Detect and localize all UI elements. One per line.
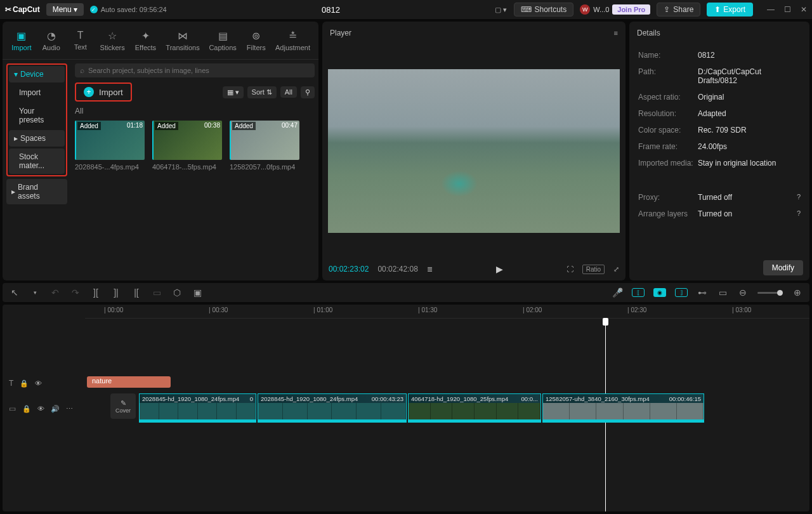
tab-stickers[interactable]: ☆Stickers xyxy=(95,26,130,55)
play-icon[interactable]: ▶ xyxy=(496,264,503,274)
ruler-tick: | 02:30 xyxy=(627,306,646,313)
maximize-icon[interactable]: ☐ xyxy=(784,5,791,14)
player-viewport[interactable] xyxy=(328,69,620,233)
timeline-clip[interactable]: 12582057-uhd_3840_2160_30fps.mp400:00:46… xyxy=(542,393,704,423)
close-icon[interactable]: ✕ xyxy=(801,5,807,14)
chevron-down-icon[interactable]: ▾ xyxy=(29,289,41,296)
cover-button[interactable]: ✎Cover xyxy=(110,393,136,419)
sidebar-item-import[interactable]: Import xyxy=(9,84,65,101)
player-menu-icon[interactable]: ≡ xyxy=(614,29,618,37)
shortcuts-button[interactable]: ⌨ Shortcuts xyxy=(514,3,574,16)
ratio-button[interactable]: Ratio xyxy=(582,265,605,274)
detail-value: Turned on xyxy=(698,209,792,218)
sidebar-item-device[interactable]: ▾ Device xyxy=(9,66,65,82)
import-icon: ▣ xyxy=(16,30,26,42)
detail-value: Turned off xyxy=(698,193,792,202)
filters-icon: ⊚ xyxy=(252,30,260,42)
list-icon[interactable]: ≣ xyxy=(427,265,433,273)
tab-text[interactable]: TText xyxy=(66,26,95,55)
filter-icon[interactable]: ⚲ xyxy=(301,86,315,98)
detail-label: Frame rate: xyxy=(638,142,698,151)
timecode-total: 00:02:42:08 xyxy=(377,265,417,273)
all-label: All xyxy=(75,107,315,115)
label-clip[interactable]: nature xyxy=(87,376,171,388)
zoom-in-icon[interactable]: ⊕ xyxy=(792,287,803,298)
aspect-icon[interactable]: ▢ ▾ xyxy=(495,6,507,14)
media-thumb[interactable]: Added00:4712582057...0fps.mp4 xyxy=(230,121,299,171)
tab-audio[interactable]: ◔Audio xyxy=(37,26,66,55)
timeline-clip[interactable]: 2028845-hd_1920_1080_24fps.mp400:00:43:2… xyxy=(258,393,407,423)
video-track-icon: ▭ xyxy=(9,404,16,413)
detail-value: 24.00fps xyxy=(698,142,801,151)
delete-icon[interactable]: ▭ xyxy=(151,287,162,298)
detail-value: Rec. 709 SDR xyxy=(698,126,801,135)
media-thumb[interactable]: Added00:384064718-...5fps.mp4 xyxy=(152,121,222,171)
lock-icon[interactable]: 🔒 xyxy=(20,379,29,388)
help-icon[interactable]: ? xyxy=(797,209,801,218)
redo-icon[interactable]: ↷ xyxy=(70,287,81,298)
check-icon: ✓ xyxy=(90,6,98,13)
sidebar-item-spaces[interactable]: ▸ Spaces xyxy=(9,130,65,147)
more-icon[interactable]: ⋯ xyxy=(66,405,73,413)
split-left-icon[interactable]: ]| xyxy=(110,287,122,298)
zoom-out-icon[interactable]: ⊖ xyxy=(737,287,749,298)
mic-icon[interactable]: 🎤 xyxy=(612,287,623,298)
search-input[interactable]: ⌕ xyxy=(75,63,315,77)
sidebar-item-brand[interactable]: ▸ Brand assets xyxy=(6,179,67,204)
menu-button[interactable]: Menu ▾ xyxy=(46,3,84,16)
zoom-slider[interactable] xyxy=(757,292,783,294)
captions-icon: ▤ xyxy=(218,30,228,42)
join-pro-badge[interactable]: Join Pro xyxy=(612,4,650,15)
timecode-current: 00:02:23:02 xyxy=(329,265,369,273)
tab-transitions[interactable]: ⋈Transitions xyxy=(161,26,204,55)
eye-icon[interactable]: 👁 xyxy=(37,405,44,412)
eye-icon[interactable]: 👁 xyxy=(35,379,42,387)
fullscreen-icon[interactable]: ⤢ xyxy=(613,265,619,273)
sidebar-item-stock[interactable]: Stock mater... xyxy=(9,148,65,174)
focus-icon[interactable]: ⛶ xyxy=(566,265,573,273)
sort-button[interactable]: Sort ⇅ xyxy=(247,86,277,98)
detail-value: 0812 xyxy=(698,51,801,60)
import-button[interactable]: +Import xyxy=(75,82,132,102)
detail-value: D:/CapCut/CapCut Drafts/0812 xyxy=(698,67,801,85)
tab-adjustment[interactable]: ≛Adjustment xyxy=(271,26,315,55)
pointer-tool-icon[interactable]: ↖ xyxy=(9,287,20,298)
sidebar-item-presets[interactable]: Your presets xyxy=(9,103,65,128)
tab-captions[interactable]: ▤Captions xyxy=(204,26,242,55)
autosave-status: ✓Auto saved: 09:56:24 xyxy=(90,6,167,13)
tab-effects[interactable]: ✦Effects xyxy=(130,26,162,55)
user-chip[interactable]: WW...0Join Pro xyxy=(580,4,650,15)
tab-import[interactable]: ▣Import xyxy=(6,26,37,55)
magnet-left-icon[interactable]: ⟦ xyxy=(632,288,645,297)
view-grid-button[interactable]: ▦ ▾ xyxy=(223,86,244,98)
undo-icon[interactable]: ↶ xyxy=(49,287,61,298)
details-title: Details xyxy=(637,29,660,37)
timeline-clip[interactable]: 4064718-hd_1920_1080_25fps.mp400:0... xyxy=(408,393,541,423)
lock-icon[interactable]: 🔒 xyxy=(22,405,31,413)
modify-button[interactable]: Modify xyxy=(763,260,803,275)
split-icon[interactable]: ][ xyxy=(90,287,102,298)
speaker-icon[interactable]: 🔊 xyxy=(51,405,60,413)
effects-icon: ✦ xyxy=(141,30,150,42)
text-icon: T xyxy=(77,30,84,41)
timeline-clip[interactable]: 2028845-hd_1920_1080_24fps.mp40 xyxy=(139,393,256,423)
audio-icon: ◔ xyxy=(47,30,56,42)
crop-icon[interactable]: ▣ xyxy=(192,287,203,298)
ruler-tick: | 02:00 xyxy=(523,306,542,313)
tab-filters[interactable]: ⊚Filters xyxy=(241,26,271,55)
link-icon[interactable]: ⊷ xyxy=(697,287,708,298)
detail-label: Color space: xyxy=(638,126,698,135)
export-button[interactable]: ⬆ Export xyxy=(707,3,753,16)
share-button[interactable]: ⇪ Share xyxy=(657,3,700,16)
help-icon[interactable]: ? xyxy=(797,193,801,202)
minimize-icon[interactable]: — xyxy=(767,5,775,14)
media-thumb[interactable]: Added01:182028845-...4fps.mp4 xyxy=(75,121,145,171)
magnet-icon[interactable]: ◉ xyxy=(653,288,666,297)
shield-icon[interactable]: ⬡ xyxy=(171,287,183,298)
preview-icon[interactable]: ▭ xyxy=(717,287,728,298)
filter-all-button[interactable]: All xyxy=(280,86,297,98)
magnet-right-icon[interactable]: ⟧ xyxy=(675,288,688,297)
plus-icon: + xyxy=(84,87,94,97)
split-right-icon[interactable]: |[ xyxy=(131,287,142,298)
detail-label: Aspect ratio: xyxy=(638,93,698,102)
